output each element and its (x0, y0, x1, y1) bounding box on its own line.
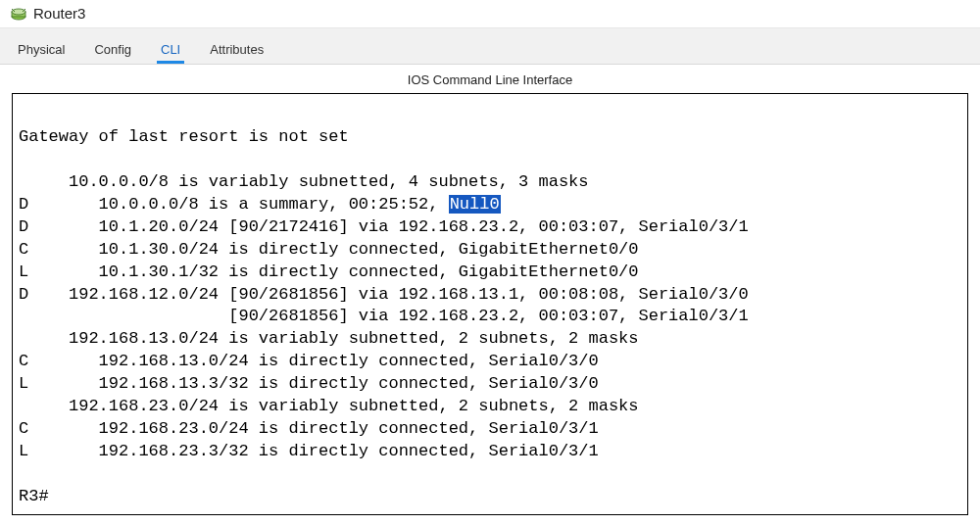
tab-physical[interactable]: Physical (14, 36, 69, 64)
cli-selection[interactable]: Null0 (449, 195, 501, 214)
svg-point-2 (12, 9, 25, 15)
cli-line: D 10.1.20.0/24 [90/2172416] via 192.168.… (19, 217, 749, 236)
cli-line: L 10.1.30.1/32 is directly connected, Gi… (19, 262, 639, 281)
cli-line: 192.168.23.0/24 is variably subnetted, 2… (19, 397, 639, 415)
cli-line: Gateway of last resort is not set (19, 127, 349, 146)
terminal-container: Gateway of last resort is not set 10.0.0… (12, 93, 968, 515)
cli-terminal[interactable]: Gateway of last resort is not set 10.0.0… (12, 93, 968, 515)
cli-line: D 10.0.0.0/8 is a summary, 00:25:52, (19, 195, 449, 214)
cli-prompt: R3# (19, 487, 49, 505)
router-icon (10, 4, 27, 22)
cli-line: C 10.1.30.0/24 is directly connected, Gi… (19, 240, 639, 259)
tab-bar: Physical Config CLI Attributes (0, 28, 980, 65)
window-title: Router3 (33, 5, 85, 22)
cli-line: L 192.168.13.3/32 is directly connected,… (19, 374, 599, 393)
cli-line: 10.0.0.0/8 is variably subnetted, 4 subn… (19, 172, 589, 191)
cli-line: L 192.168.23.3/32 is directly connected,… (19, 442, 599, 460)
panel-title: IOS Command Line Interface (0, 65, 980, 93)
window-titlebar: Router3 (0, 0, 980, 28)
tab-cli[interactable]: CLI (157, 36, 184, 64)
tab-attributes[interactable]: Attributes (206, 36, 268, 64)
cli-line: 192.168.13.0/24 is variably subnetted, 2… (19, 329, 639, 348)
cli-line: [90/2681856] via 192.168.23.2, 00:03:07,… (19, 307, 749, 325)
tab-config[interactable]: Config (90, 36, 135, 64)
cli-line: C 192.168.13.0/24 is directly connected,… (19, 352, 599, 370)
cli-line: D 192.168.12.0/24 [90/2681856] via 192.1… (19, 285, 749, 304)
cli-line: C 192.168.23.0/24 is directly connected,… (19, 419, 599, 438)
